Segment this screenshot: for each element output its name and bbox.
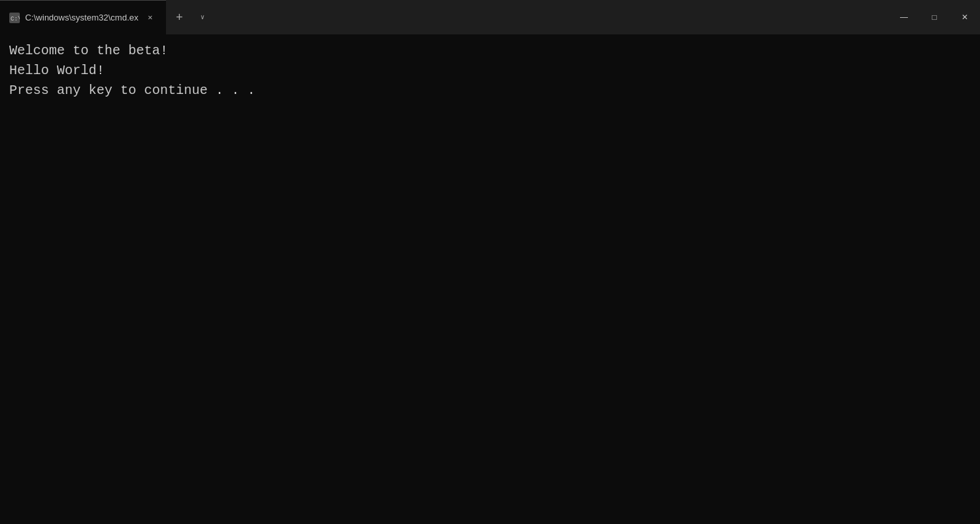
minimize-button[interactable]: — (889, 0, 919, 34)
maximize-button[interactable]: □ (919, 0, 950, 34)
terminal-line-2: Hello World! (9, 61, 971, 81)
window-controls: — □ ✕ (889, 0, 980, 34)
titlebar: C:\ C:\windows\system32\cmd.ex ✕ + ∨ — □… (0, 0, 980, 34)
terminal-line-3: Press any key to continue . . . (9, 81, 971, 101)
cmd-icon: C:\ (9, 13, 20, 23)
new-tab-button[interactable]: + (166, 0, 192, 34)
terminal-body[interactable]: Welcome to the beta! Hello World! Press … (0, 34, 980, 524)
tab-area: C:\ C:\windows\system32\cmd.ex ✕ + ∨ (0, 0, 889, 34)
terminal-line-1: Welcome to the beta! (9, 41, 971, 61)
active-tab[interactable]: C:\ C:\windows\system32\cmd.ex ✕ (0, 0, 166, 34)
tab-close-button[interactable]: ✕ (143, 11, 157, 24)
terminal-window: C:\ C:\windows\system32\cmd.ex ✕ + ∨ — □… (0, 0, 980, 524)
dropdown-button[interactable]: ∨ (192, 0, 212, 34)
svg-text:C:\: C:\ (11, 16, 20, 22)
tab-title-text: C:\windows\system32\cmd.ex (25, 13, 138, 22)
close-button[interactable]: ✕ (950, 0, 980, 34)
